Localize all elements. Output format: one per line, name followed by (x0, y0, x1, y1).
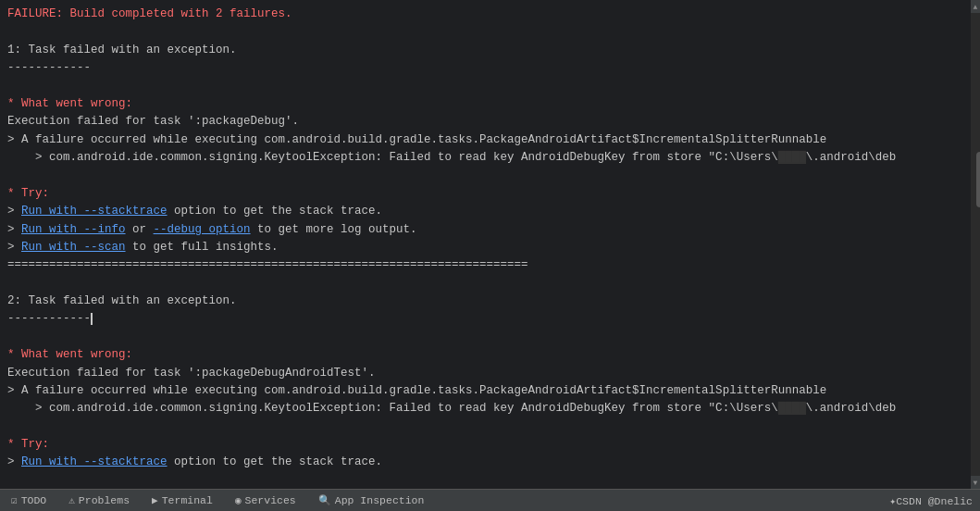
line-25: * Try: (7, 436, 963, 454)
line-23: > com.android.ide.common.signing.Keytool… (7, 400, 963, 418)
scrollbar-thumb[interactable] (976, 152, 980, 207)
line-19 (7, 329, 963, 346)
scroll-up-arrow[interactable]: ▲ (971, 0, 980, 13)
terminal-content: FAILURE: Build completed with 2 failures… (7, 6, 963, 483)
line-12: > Run with --stacktrace option to get th… (7, 203, 963, 220)
line-24 (7, 418, 963, 436)
todo-label: TODO (21, 494, 47, 506)
app-inspection-button[interactable]: 🔍 App Inspection (315, 492, 428, 508)
todo-icon: ☑ (11, 494, 18, 506)
line-1: FAILURE: Build completed with 2 failures… (7, 6, 963, 23)
app-inspection-icon: 🔍 (318, 494, 331, 506)
link-debug[interactable]: --debug option (154, 223, 251, 236)
line-16 (7, 275, 963, 293)
line-18: ------------ (7, 310, 963, 328)
line-14: > Run with --scan to get full insights. (7, 239, 963, 256)
line-6: * What went wrong: (7, 95, 963, 113)
status-right: ✦CSDN @Dnelic (889, 494, 973, 507)
app-inspection-label: App Inspection (335, 494, 425, 506)
line-20: * What went wrong: (7, 346, 963, 364)
line-2 (7, 23, 963, 41)
line-3: 1: Task failed with an exception. (7, 42, 963, 59)
line-7: Execution failed for task ':packageDebug… (7, 113, 963, 131)
terminal-label: Terminal (162, 494, 213, 506)
scrollbar[interactable]: ▲ ▼ (971, 0, 980, 489)
terminal-icon: ▶ (152, 494, 158, 506)
link-stacktrace-1[interactable]: Run with --stacktrace (21, 205, 167, 218)
problems-icon: ⚠ (68, 494, 75, 506)
line-26: > Run with --stacktrace option to get th… (7, 454, 963, 471)
line-4: ------------ (7, 59, 963, 77)
line-15: ========================================… (7, 256, 963, 274)
link-stacktrace-2[interactable]: Run with --stacktrace (21, 455, 167, 468)
line-17: 2: Task failed with an exception. (7, 293, 963, 310)
services-label: Services (245, 494, 296, 506)
terminal-button[interactable]: ▶ Terminal (148, 492, 217, 508)
status-bar: ☑ TODO ⚠ Problems ▶ Terminal ◉ Services … (0, 489, 980, 511)
line-9: > com.android.ide.common.signing.Keytool… (7, 149, 963, 167)
text-cursor (91, 313, 93, 325)
problems-label: Problems (79, 494, 130, 506)
link-scan[interactable]: Run with --scan (21, 241, 126, 254)
todo-button[interactable]: ☑ TODO (7, 492, 50, 508)
line-5 (7, 78, 963, 95)
scrollbar-arrows: ▲ ▼ (971, 0, 980, 489)
terminal-area: FAILURE: Build completed with 2 failures… (0, 0, 971, 489)
right-text: ✦CSDN @Dnelic (889, 494, 973, 507)
link-info[interactable]: Run with --info (21, 223, 126, 236)
line-11: * Try: (7, 185, 963, 203)
line-10 (7, 167, 963, 184)
line-13: > Run with --info or --debug option to g… (7, 221, 963, 239)
main-content: FAILURE: Build completed with 2 failures… (0, 0, 980, 489)
services-icon: ◉ (235, 494, 242, 506)
line-22: > A failure occurred while executing com… (7, 382, 963, 400)
line-21: Execution failed for task ':packageDebug… (7, 365, 963, 382)
scroll-down-arrow[interactable]: ▼ (971, 476, 980, 489)
services-button[interactable]: ◉ Services (231, 492, 300, 508)
problems-button[interactable]: ⚠ Problems (65, 492, 133, 508)
line-8: > A failure occurred while executing com… (7, 131, 963, 149)
